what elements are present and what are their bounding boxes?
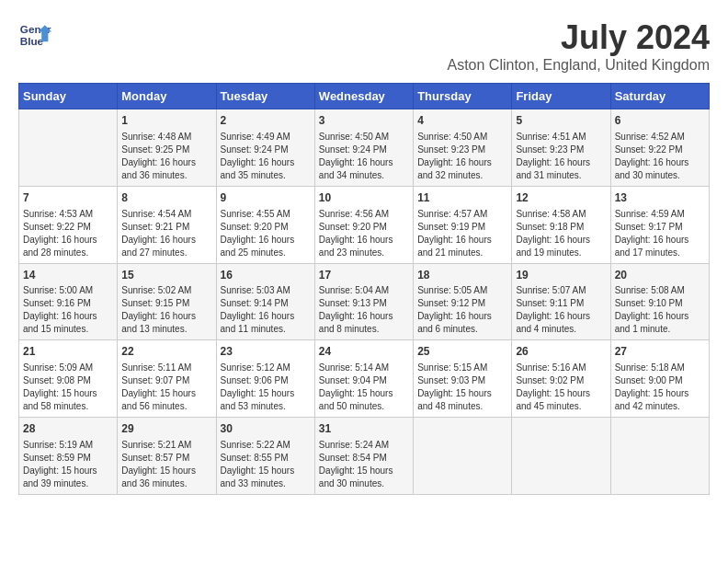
calendar-cell: 3Sunrise: 4:50 AM Sunset: 9:24 PM Daylig… (314, 109, 413, 187)
cell-content: Sunrise: 5:02 AM Sunset: 9:15 PM Dayligh… (121, 284, 211, 336)
header-day-monday: Monday (118, 84, 216, 109)
cell-content: Sunrise: 5:21 AM Sunset: 8:57 PM Dayligh… (121, 439, 211, 490)
day-number: 23 (221, 344, 311, 360)
header-day-saturday: Saturday (610, 84, 709, 109)
cell-content: Sunrise: 4:54 AM Sunset: 9:21 PM Dayligh… (121, 208, 211, 259)
day-number: 1 (121, 113, 211, 129)
day-number: 25 (417, 344, 507, 360)
day-number: 14 (23, 268, 113, 283)
calendar-cell: 17Sunrise: 5:04 AM Sunset: 9:13 PM Dayli… (314, 263, 413, 340)
calendar-cell: 22Sunrise: 5:11 AM Sunset: 9:07 PM Dayli… (118, 340, 216, 418)
calendar-cell: 25Sunrise: 5:15 AM Sunset: 9:03 PM Dayli… (414, 340, 512, 418)
day-number: 2 (221, 113, 311, 129)
calendar-cell: 28Sunrise: 5:19 AM Sunset: 8:59 PM Dayli… (19, 418, 118, 495)
day-number: 29 (121, 421, 211, 437)
cell-content: Sunrise: 4:50 AM Sunset: 9:24 PM Dayligh… (319, 131, 409, 182)
header-row: SundayMondayTuesdayWednesdayThursdayFrid… (19, 84, 710, 109)
calendar-cell: 26Sunrise: 5:16 AM Sunset: 9:02 PM Dayli… (512, 340, 610, 418)
calendar-cell: 6Sunrise: 4:52 AM Sunset: 9:22 PM Daylig… (610, 109, 709, 187)
week-row-2: 14Sunrise: 5:00 AM Sunset: 9:16 PM Dayli… (19, 263, 710, 340)
calendar-cell: 20Sunrise: 5:08 AM Sunset: 9:10 PM Dayli… (610, 263, 709, 340)
calendar-cell: 15Sunrise: 5:02 AM Sunset: 9:15 PM Dayli… (118, 263, 216, 340)
cell-content: Sunrise: 5:18 AM Sunset: 9:00 PM Dayligh… (615, 362, 705, 413)
calendar-cell: 12Sunrise: 4:58 AM Sunset: 9:18 PM Dayli… (512, 186, 610, 263)
calendar-cell: 13Sunrise: 4:59 AM Sunset: 9:17 PM Dayli… (610, 186, 709, 263)
day-number: 7 (23, 190, 113, 206)
subtitle: Aston Clinton, England, United Kingdom (447, 57, 710, 74)
header-day-thursday: Thursday (414, 84, 512, 109)
calendar-cell (19, 109, 118, 187)
header-day-friday: Friday (512, 84, 610, 109)
cell-content: Sunrise: 4:49 AM Sunset: 9:24 PM Dayligh… (221, 131, 311, 182)
day-number: 15 (121, 268, 211, 283)
day-number: 21 (23, 344, 113, 360)
cell-content: Sunrise: 5:14 AM Sunset: 9:04 PM Dayligh… (319, 362, 409, 413)
week-row-4: 28Sunrise: 5:19 AM Sunset: 8:59 PM Dayli… (19, 418, 710, 495)
week-row-3: 21Sunrise: 5:09 AM Sunset: 9:08 PM Dayli… (19, 340, 710, 418)
calendar-cell (512, 418, 610, 495)
cell-content: Sunrise: 4:51 AM Sunset: 9:23 PM Dayligh… (516, 131, 606, 182)
calendar-cell (610, 418, 709, 495)
cell-content: Sunrise: 5:04 AM Sunset: 9:13 PM Dayligh… (319, 284, 409, 336)
day-number: 20 (615, 268, 705, 283)
calendar-cell: 31Sunrise: 5:24 AM Sunset: 8:54 PM Dayli… (314, 418, 413, 495)
week-row-0: 1Sunrise: 4:48 AM Sunset: 9:25 PM Daylig… (19, 109, 710, 187)
cell-content: Sunrise: 5:22 AM Sunset: 8:55 PM Dayligh… (221, 439, 311, 490)
cell-content: Sunrise: 5:11 AM Sunset: 9:07 PM Dayligh… (121, 362, 211, 413)
cell-content: Sunrise: 5:08 AM Sunset: 9:10 PM Dayligh… (615, 284, 705, 336)
cell-content: Sunrise: 5:16 AM Sunset: 9:02 PM Dayligh… (516, 362, 606, 413)
header-day-wednesday: Wednesday (314, 84, 413, 109)
cell-content: Sunrise: 5:03 AM Sunset: 9:14 PM Dayligh… (221, 284, 311, 336)
day-number: 12 (516, 190, 606, 206)
day-number: 18 (417, 268, 507, 283)
cell-content: Sunrise: 4:52 AM Sunset: 9:22 PM Dayligh… (615, 131, 705, 182)
day-number: 22 (121, 344, 211, 360)
day-number: 11 (417, 190, 507, 206)
cell-content: Sunrise: 5:07 AM Sunset: 9:11 PM Dayligh… (516, 284, 606, 336)
calendar-cell: 30Sunrise: 5:22 AM Sunset: 8:55 PM Dayli… (216, 418, 314, 495)
day-number: 19 (516, 268, 606, 283)
cell-content: Sunrise: 4:56 AM Sunset: 9:20 PM Dayligh… (319, 208, 409, 259)
cell-content: Sunrise: 4:59 AM Sunset: 9:17 PM Dayligh… (615, 208, 705, 259)
cell-content: Sunrise: 4:57 AM Sunset: 9:19 PM Dayligh… (417, 208, 507, 259)
calendar-cell: 7Sunrise: 4:53 AM Sunset: 9:22 PM Daylig… (19, 186, 118, 263)
day-number: 10 (319, 190, 409, 206)
svg-text:Blue: Blue (20, 35, 44, 47)
header-day-tuesday: Tuesday (216, 84, 314, 109)
header-day-sunday: Sunday (19, 84, 118, 109)
cell-content: Sunrise: 4:58 AM Sunset: 9:18 PM Dayligh… (516, 208, 606, 259)
calendar-cell: 9Sunrise: 4:55 AM Sunset: 9:20 PM Daylig… (216, 186, 314, 263)
calendar-cell: 1Sunrise: 4:48 AM Sunset: 9:25 PM Daylig… (118, 109, 216, 187)
day-number: 3 (319, 113, 409, 129)
calendar-cell: 19Sunrise: 5:07 AM Sunset: 9:11 PM Dayli… (512, 263, 610, 340)
calendar-cell: 4Sunrise: 4:50 AM Sunset: 9:23 PM Daylig… (414, 109, 512, 187)
calendar-cell: 23Sunrise: 5:12 AM Sunset: 9:06 PM Dayli… (216, 340, 314, 418)
day-number: 5 (516, 113, 606, 129)
day-number: 31 (319, 421, 409, 437)
day-number: 6 (615, 113, 705, 129)
calendar-cell: 24Sunrise: 5:14 AM Sunset: 9:04 PM Dayli… (314, 340, 413, 418)
calendar-cell: 16Sunrise: 5:03 AM Sunset: 9:14 PM Dayli… (216, 263, 314, 340)
day-number: 28 (23, 421, 113, 437)
cell-content: Sunrise: 5:00 AM Sunset: 9:16 PM Dayligh… (23, 284, 113, 336)
calendar-body: 1Sunrise: 4:48 AM Sunset: 9:25 PM Daylig… (19, 109, 710, 495)
week-row-1: 7Sunrise: 4:53 AM Sunset: 9:22 PM Daylig… (19, 186, 710, 263)
cell-content: Sunrise: 5:12 AM Sunset: 9:06 PM Dayligh… (221, 362, 311, 413)
day-number: 26 (516, 344, 606, 360)
calendar-header: SundayMondayTuesdayWednesdayThursdayFrid… (19, 84, 710, 109)
calendar-cell: 18Sunrise: 5:05 AM Sunset: 9:12 PM Dayli… (414, 263, 512, 340)
calendar-cell: 10Sunrise: 4:56 AM Sunset: 9:20 PM Dayli… (314, 186, 413, 263)
title-area: July 2024 Aston Clinton, England, United… (447, 18, 710, 74)
calendar-cell: 27Sunrise: 5:18 AM Sunset: 9:00 PM Dayli… (610, 340, 709, 418)
day-number: 27 (615, 344, 705, 360)
day-number: 9 (221, 190, 311, 206)
day-number: 16 (221, 268, 311, 283)
day-number: 30 (221, 421, 311, 437)
calendar-cell: 2Sunrise: 4:49 AM Sunset: 9:24 PM Daylig… (216, 109, 314, 187)
cell-content: Sunrise: 5:15 AM Sunset: 9:03 PM Dayligh… (417, 362, 507, 413)
day-number: 17 (319, 268, 409, 283)
cell-content: Sunrise: 5:05 AM Sunset: 9:12 PM Dayligh… (417, 284, 507, 336)
calendar-cell: 5Sunrise: 4:51 AM Sunset: 9:23 PM Daylig… (512, 109, 610, 187)
cell-content: Sunrise: 5:24 AM Sunset: 8:54 PM Dayligh… (319, 439, 409, 490)
cell-content: Sunrise: 4:48 AM Sunset: 9:25 PM Dayligh… (121, 131, 211, 182)
